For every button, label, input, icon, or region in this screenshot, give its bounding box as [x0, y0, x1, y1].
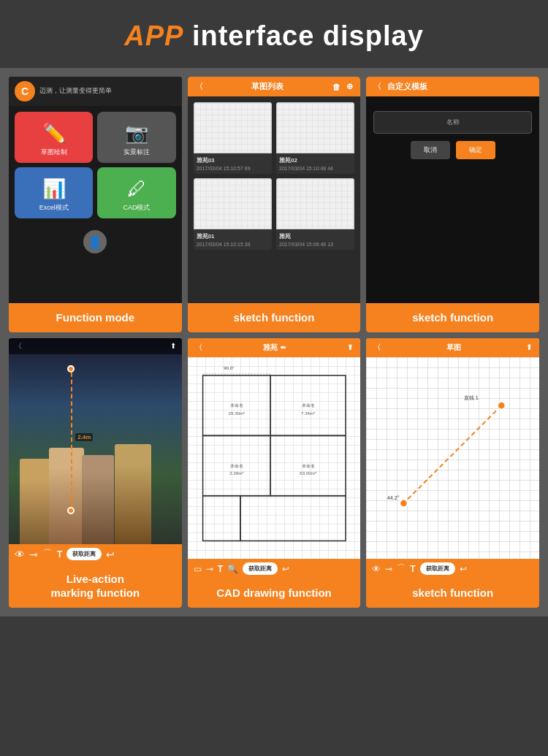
share-icon-4[interactable]: ⬆: [170, 342, 176, 350]
screen1-bottom: 👤: [9, 224, 182, 259]
screen-sketch-grid: 〈 草图 ⬆ 直线 1 44.2° 👁 ⊸: [366, 338, 539, 579]
svg-rect-5: [240, 495, 346, 541]
screen-cad-drawing: 〈 雅苑 ✏ ⬆ 90.0: [188, 338, 361, 579]
nav-icons: 🗑 ⊕: [332, 82, 353, 91]
zoom-icon[interactable]: 🔍: [227, 564, 238, 574]
screen5-toolbar: ▭ ⊸ T 🔍 获取距离 ↩: [188, 559, 361, 579]
edit-icon-5[interactable]: ✏: [281, 344, 286, 351]
thumb-label-3: 雅苑01: [194, 229, 272, 242]
thumb-label-4: 雅苑: [276, 229, 354, 242]
cell-function-mode: C 迈测，让测量变得更简单 ✏️ 草图绘制 📷 实景标注 📊 Excel模式 🖊: [9, 77, 182, 332]
input-label: 名称: [380, 118, 525, 127]
svg-text:44.2°: 44.2°: [387, 494, 400, 500]
cell-sketch-grid-label: sketch function: [366, 579, 539, 608]
app-tiles-grid: ✏️ 草图绘制 📷 实景标注 📊 Excel模式 🖊 CAD模式: [9, 106, 182, 224]
svg-line-16: [404, 405, 502, 503]
svg-text:未命名: 未命名: [301, 462, 314, 467]
back-icon[interactable]: 〈: [195, 81, 203, 92]
cell-sketch-list-label: sketch function: [188, 303, 361, 332]
screen3-nav: 〈 自定义模板: [366, 77, 539, 96]
thumb-item-4[interactable]: 雅苑 2017/03/04 15:09:46 13: [276, 178, 354, 250]
excel-icon: 📊: [42, 177, 66, 200]
thumb-item-2[interactable]: 雅苑02 2017/03/04 15:10:48 44: [276, 102, 354, 174]
screen1-top-bar: C 迈测，让测量变得更简单: [9, 77, 182, 106]
tile-cad[interactable]: 🖊 CAD模式: [97, 167, 175, 218]
cad-svg: 90.0° 未命名 29.30m² 未命名 7.34m² 未命名 2.29m² …: [188, 357, 361, 560]
template-buttons: 取消 确定: [373, 141, 532, 159]
thumb-label-2: 雅苑02: [276, 153, 354, 166]
nav-title: 草图列表: [251, 81, 283, 92]
share-icon-6[interactable]: ⬆: [526, 343, 532, 351]
thumb-date-3: 2017/03/04 15:10:15 39: [194, 242, 272, 250]
svg-point-18: [400, 499, 408, 506]
eye-icon-6[interactable]: 👁: [372, 564, 381, 574]
text-icon-6[interactable]: T: [410, 564, 415, 574]
screen3-body: 名称 取消 确定: [366, 96, 539, 174]
svg-text:7.34m²: 7.34m²: [301, 410, 315, 415]
path-icon[interactable]: ⌒: [42, 548, 53, 561]
user-avatar[interactable]: 👤: [83, 230, 107, 253]
path-icon-6[interactable]: ⌒: [397, 562, 406, 575]
screen6-nav: 〈 草图 ⬆: [366, 338, 539, 357]
tile-cad-label: CAD模式: [123, 203, 150, 213]
cell-sketch-list: 〈 草图列表 🗑 ⊕ 雅苑03 2017/03/04 15:10:57 69 雅…: [188, 77, 361, 332]
cancel-button[interactable]: 取消: [411, 141, 450, 159]
back-icon-3[interactable]: 〈: [373, 81, 381, 92]
cell-sketch-template-label: sketch function: [366, 303, 539, 332]
eye-icon[interactable]: 👁: [15, 549, 25, 560]
svg-text:2.29m²: 2.29m²: [229, 470, 243, 475]
cell-cad-drawing-label: CAD drawing function: [188, 579, 361, 608]
screen4-toolbar: 👁 ⊸ ⌒ T 获取距离 ↩: [9, 544, 182, 565]
cell-sketch-grid: 〈 草图 ⬆ 直线 1 44.2° 👁 ⊸: [366, 338, 539, 608]
thumb-item-3[interactable]: 雅苑01 2017/03/04 15:10:15 39: [194, 178, 272, 250]
delete-icon[interactable]: 🗑: [332, 83, 340, 91]
add-icon[interactable]: ⊕: [346, 82, 353, 91]
undo-icon-5[interactable]: ↩: [282, 564, 289, 574]
cad-canvas[interactable]: 90.0° 未命名 29.30m² 未命名 7.34m² 未命名 2.29m² …: [188, 357, 361, 560]
tile-sketch[interactable]: ✏️ 草图绘制: [15, 112, 93, 163]
confirm-button[interactable]: 确定: [456, 141, 495, 159]
app-logo: C: [15, 81, 35, 102]
undo-icon-6[interactable]: ↩: [460, 564, 467, 574]
nav-title-6: 草图: [446, 343, 461, 353]
title-rest: interface display: [183, 20, 423, 51]
photo-background: 2.4m: [9, 338, 182, 565]
screen-function-mode: C 迈测，让测量变得更简单 ✏️ 草图绘制 📷 实景标注 📊 Excel模式 🖊: [9, 77, 182, 303]
tile-sketch-label: 草图绘制: [41, 148, 67, 157]
line-icon-6[interactable]: ⊸: [385, 564, 392, 574]
sketch-canvas[interactable]: 直线 1 44.2°: [366, 357, 539, 560]
undo-icon-4[interactable]: ↩: [106, 549, 115, 560]
svg-text:63.00m²: 63.00m²: [300, 470, 316, 475]
thumb-img-1: [194, 102, 272, 153]
line-icon-5[interactable]: ⊸: [206, 564, 213, 574]
text-icon[interactable]: T: [57, 549, 62, 560]
back-icon-6[interactable]: 〈: [373, 343, 381, 353]
get-distance-btn-4[interactable]: 获取距离: [66, 548, 102, 560]
screen-sketch-template: 〈 自定义模板 名称 取消 确定: [366, 77, 539, 303]
back-icon-5[interactable]: 〈: [195, 343, 202, 353]
thumb-label-1: 雅苑03: [194, 153, 272, 166]
svg-point-17: [498, 402, 505, 409]
tile-camera[interactable]: 📷 实景标注: [97, 112, 175, 163]
page-title: APP interface display: [15, 20, 533, 52]
camera-icon: 📷: [125, 122, 148, 145]
app-highlight: APP: [124, 20, 183, 51]
back-icon-4[interactable]: 〈: [15, 341, 22, 351]
line-icon[interactable]: ⊸: [29, 549, 38, 560]
text-icon-5[interactable]: T: [218, 564, 223, 574]
share-icon-5[interactable]: ⬆: [347, 343, 353, 351]
get-distance-btn-6[interactable]: 获取距离: [420, 562, 455, 575]
screen-sketch-list: 〈 草图列表 🗑 ⊕ 雅苑03 2017/03/04 15:10:57 69 雅…: [188, 77, 361, 303]
thumb-item-1[interactable]: 雅苑03 2017/03/04 15:10:57 69: [194, 102, 272, 174]
svg-text:未命名: 未命名: [230, 462, 243, 467]
cell-live-marking-label: Live-action marking function: [9, 565, 182, 608]
nav-title-3: 自定义模板: [387, 81, 427, 92]
screen4-nav: 〈 ⬆: [9, 338, 182, 354]
cell-cad-drawing: 〈 雅苑 ✏ ⬆ 90.0: [188, 338, 361, 608]
svg-text:90.0°: 90.0°: [224, 364, 235, 370]
sketch-svg: 直线 1 44.2°: [366, 357, 539, 560]
get-distance-btn-5[interactable]: 获取距离: [243, 562, 278, 575]
rect-icon[interactable]: ▭: [194, 564, 202, 574]
header: APP interface display: [0, 0, 548, 68]
tile-excel[interactable]: 📊 Excel模式: [15, 167, 93, 218]
